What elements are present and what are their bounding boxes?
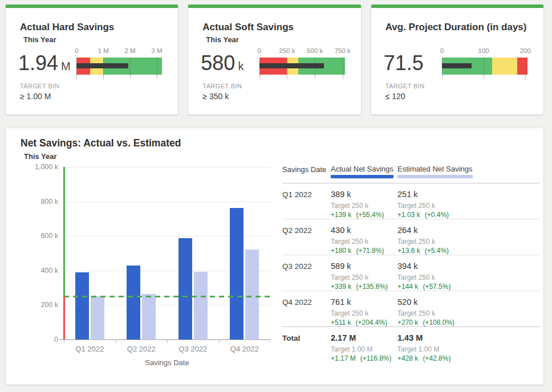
kpi-value-number: 1.94 bbox=[18, 51, 58, 75]
metric-value: 251 k bbox=[397, 190, 540, 199]
bar-estimated[interactable] bbox=[194, 272, 208, 340]
metric-target: Target 250 k bbox=[397, 309, 540, 317]
kpi-body: 580 k 0250 k500 k750 k bbox=[201, 47, 344, 80]
bar-actual[interactable] bbox=[75, 272, 89, 340]
metric-estimated: 1.43 M Target 1.00 M +428 k(+42.8%) bbox=[397, 333, 540, 362]
table-row-total[interactable]: Total 2.17 M Target 1.00 M +1.17 M(+116.… bbox=[282, 326, 540, 362]
kpi-subtitle: This Year bbox=[23, 35, 56, 44]
bar-actual[interactable] bbox=[230, 208, 243, 340]
x-axis-category-label: Q2 2022 bbox=[116, 345, 168, 353]
kpi-value-unit: M bbox=[61, 60, 71, 73]
metric-target: Target 250 k bbox=[397, 273, 540, 281]
target-bin-label: TARGET BIN bbox=[385, 83, 425, 89]
metric-value: 264 k bbox=[397, 226, 540, 235]
y-axis-tick-label: 0 bbox=[54, 336, 58, 344]
kpi-value: 580 k bbox=[201, 51, 243, 75]
table-row-q4[interactable]: Q4 2022 761 k Target 250 k +511 k(+204.4… bbox=[282, 291, 540, 326]
x-axis-tick bbox=[270, 340, 270, 343]
target-bin-value: ≤ 120 bbox=[385, 92, 405, 101]
bullet-axis-label: 0 bbox=[440, 47, 444, 54]
variance-delta: +511 k bbox=[331, 318, 351, 326]
kpi-subtitle: This Year bbox=[206, 35, 239, 44]
metric-target: Target 250 k bbox=[331, 202, 397, 210]
kpi-value: 71.5 bbox=[384, 51, 427, 75]
metric-target: Target 250 k bbox=[331, 273, 397, 281]
gridline bbox=[64, 167, 270, 168]
variance-pct: (+108.0%) bbox=[423, 318, 454, 326]
bullet-axis-labels: 0250 k500 k750 k bbox=[259, 47, 345, 55]
metric-estimated: 520 k Target 250 k +270 k(+108.0%) bbox=[397, 297, 540, 326]
bar-plot bbox=[64, 167, 270, 340]
metric-value: 394 k bbox=[397, 262, 540, 271]
metric-variance: +339 k(+135.6%) bbox=[331, 283, 397, 291]
variance-delta: +1.17 M bbox=[331, 354, 356, 362]
bar-actual[interactable] bbox=[127, 266, 140, 340]
card-accent-bar bbox=[188, 5, 360, 8]
row-date: Total bbox=[282, 333, 331, 362]
table-header: Savings Date Actual Net Savings Estimate… bbox=[282, 165, 540, 183]
chart-subtitle: This Year bbox=[24, 152, 57, 161]
variance-delta: +139 k bbox=[331, 211, 351, 219]
bar-actual[interactable] bbox=[178, 238, 192, 340]
bullet-bar bbox=[76, 58, 162, 75]
variance-pct: (+5.4%) bbox=[425, 247, 449, 255]
bar-estimated[interactable] bbox=[142, 294, 156, 340]
variance-delta: +13.6 k bbox=[397, 247, 420, 255]
metric-actual: 2.17 M Target 1.00 M +1.17 M(+116.8%) bbox=[331, 333, 397, 362]
row-date: Q2 2022 bbox=[282, 226, 331, 255]
table-row-q3[interactable]: Q3 2022 589 k Target 250 k +339 k(+135.6… bbox=[282, 255, 540, 291]
variance-delta: +144 k bbox=[397, 283, 418, 291]
y-axis-tick-label: 600 k bbox=[40, 232, 58, 240]
column-header-label: Actual Net Savings bbox=[331, 165, 393, 173]
metric-actual: 430 k Target 250 k +180 k(+71.8%) bbox=[331, 226, 397, 255]
y-axis-above-target bbox=[63, 167, 65, 296]
gridline bbox=[64, 202, 270, 202]
metric-variance: +1.03 k(+0.4%) bbox=[397, 211, 540, 219]
variance-pct: (+42.8%) bbox=[423, 354, 450, 362]
metric-target: Target 1.00 M bbox=[397, 345, 540, 353]
x-axis-tick bbox=[219, 340, 220, 343]
bullet-axis-label: 0 bbox=[257, 47, 261, 54]
bar-estimated[interactable] bbox=[245, 250, 259, 340]
bullet-tick bbox=[103, 58, 104, 79]
kpi-value: 1.94 M bbox=[18, 51, 71, 75]
kpi-title: Actual Hard Savings bbox=[20, 22, 114, 33]
metric-variance: +270 k(+108.0%) bbox=[397, 318, 540, 326]
kpi-title: Actual Soft Savings bbox=[202, 22, 294, 33]
bullet-measure-bar bbox=[76, 63, 128, 68]
bullet-axis-label: 200 bbox=[520, 47, 531, 54]
y-axis-below-target bbox=[63, 296, 65, 340]
table-row-q1[interactable]: Q1 2022 389 k Target 250 k +139 k(+55.4%… bbox=[282, 183, 540, 219]
bullet-tick bbox=[484, 58, 484, 79]
x-axis-category-label: Q4 2022 bbox=[219, 345, 271, 353]
kpi-value-number: 580 bbox=[201, 51, 235, 75]
bullet-axis-label: 3 M bbox=[151, 47, 162, 54]
x-axis-tick bbox=[116, 340, 116, 343]
variance-delta: +270 k bbox=[397, 318, 418, 326]
bullet-tick bbox=[343, 58, 343, 79]
variance-pct: (+204.4%) bbox=[355, 318, 387, 326]
table-row-q2[interactable]: Q2 2022 430 k Target 250 k +180 k(+71.8%… bbox=[282, 219, 540, 255]
net-savings-card: Net Savings: Actual vs. Estimated This Y… bbox=[6, 128, 543, 385]
bullet-tick bbox=[287, 58, 287, 79]
bullet-axis-label: 100 bbox=[478, 47, 489, 54]
target-bin-value: ≥ 350 k bbox=[202, 92, 229, 101]
bullet-tick bbox=[157, 58, 157, 79]
y-axis-labels: 0200 k400 k600 k800 k1,000 k bbox=[6, 167, 58, 340]
header-underline-actual bbox=[331, 175, 393, 178]
metric-target: Target 250 k bbox=[397, 202, 540, 210]
bullet-axis-label: 250 k bbox=[279, 47, 295, 54]
metric-target: Target 250 k bbox=[397, 238, 540, 246]
bullet-chart: 0100200 bbox=[442, 47, 527, 79]
row-date: Q1 2022 bbox=[282, 190, 331, 219]
column-header-label: Estimated Net Savings bbox=[397, 165, 473, 173]
bullet-axis-label: 1 M bbox=[98, 47, 109, 54]
bullet-range-warn bbox=[492, 58, 517, 75]
bullet-axis-label: 500 k bbox=[307, 47, 323, 54]
bullet-bar bbox=[442, 58, 527, 75]
variance-delta: +428 k bbox=[397, 354, 418, 362]
variance-delta: +1.03 k bbox=[397, 211, 420, 219]
metric-value: 761 k bbox=[331, 297, 397, 307]
bullet-chart: 01 M2 M3 M bbox=[76, 47, 162, 79]
bar-estimated[interactable] bbox=[91, 296, 104, 340]
